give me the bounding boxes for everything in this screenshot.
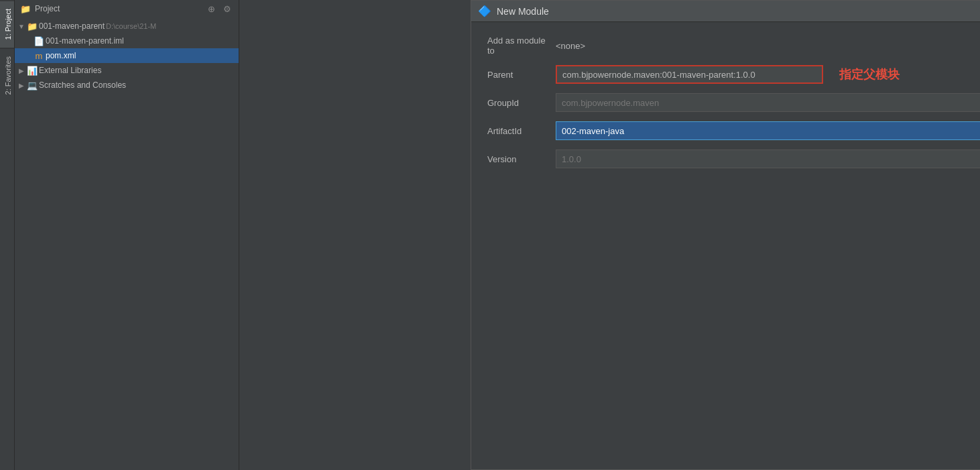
input-artifact-id[interactable] [556, 121, 980, 140]
maven-icon: m [34, 50, 44, 61]
project-icon: 📁 [20, 3, 31, 14]
tree-arrow-root: ▼ [17, 22, 25, 30]
scratch-icon: 💻 [27, 80, 38, 91]
label-artifact-id: ArtifactId [487, 126, 548, 136]
tree-item-ext-libs[interactable]: ▶ 📊 External Libraries [15, 63, 239, 78]
tree-label-pom: pom.xml [46, 51, 76, 60]
dialog-title-text: New Module [497, 6, 980, 17]
input-group-id[interactable] [556, 93, 980, 112]
library-icon: 📊 [27, 65, 38, 76]
form-row-parent: Parent 指定父模块 ... [487, 65, 980, 84]
sidebar-add-btn[interactable]: ⊕ [205, 3, 217, 15]
dialog-title-icon: 🔷 [478, 5, 491, 17]
tree-label-scratches: Scratches and Consoles [39, 80, 126, 90]
project-tree: ▼ 📁 001-maven-parent D:\course\21-M 📄 00… [15, 17, 239, 470]
tree-arrow-scratches: ▶ [17, 81, 25, 89]
main-area: 🔷 New Module ✕ Add as module to <none> .… [239, 0, 980, 470]
dialog-titlebar: 🔷 New Module ✕ [471, 1, 980, 22]
tree-item-pom[interactable]: m pom.xml [15, 48, 239, 63]
annotation-parent: 指定父模块 [839, 66, 900, 82]
iml-icon: 📄 [34, 36, 44, 46]
sidebar: 📁 Project ⊕ ⚙ ▼ 📁 001-maven-parent D:\co… [15, 0, 239, 470]
form-row-group-id: GroupId Inherit [487, 93, 980, 112]
form-row-version: Version Inherit [487, 150, 980, 168]
tree-item-scratches[interactable]: ▶ 💻 Scratches and Consoles [15, 78, 239, 93]
value-add-module-to: <none> [556, 41, 585, 51]
label-group-id: GroupId [487, 98, 548, 108]
tree-path-root: D:\course\21-M [106, 22, 156, 30]
tree-arrow-ext-libs: ▶ [17, 66, 25, 74]
vtab-favorites[interactable]: 2: Favorites [0, 48, 14, 103]
sidebar-settings-btn[interactable]: ⚙ [221, 3, 233, 15]
folder-icon-root: 📁 [27, 21, 38, 32]
sidebar-title: Project [35, 4, 201, 13]
tree-label-iml: 001-maven-parent.iml [46, 36, 124, 46]
label-version: Version [487, 154, 548, 164]
label-parent: Parent [487, 70, 548, 80]
dialog-content: Add as module to <none> ... Parent 指定父模块… [471, 22, 980, 469]
input-version[interactable] [556, 150, 980, 168]
form-row-artifact-id: ArtifactId [487, 121, 980, 140]
tree-item-iml[interactable]: 📄 001-maven-parent.iml [15, 34, 239, 48]
new-module-dialog: 🔷 New Module ✕ Add as module to <none> .… [471, 0, 980, 470]
tree-item-root[interactable]: ▼ 📁 001-maven-parent D:\course\21-M [15, 19, 239, 34]
vertical-tab-bar: 1: Project 2: Favorites [0, 0, 15, 470]
tree-label-root: 001-maven-parent [39, 21, 105, 31]
tree-label-ext-libs: External Libraries [39, 66, 101, 75]
label-add-module-to: Add as module to [487, 36, 548, 56]
input-parent[interactable] [556, 65, 823, 84]
sidebar-header: 📁 Project ⊕ ⚙ [15, 0, 239, 17]
vtab-project[interactable]: 1: Project [0, 0, 14, 48]
form-row-add-module-to: Add as module to <none> ... [487, 36, 980, 56]
